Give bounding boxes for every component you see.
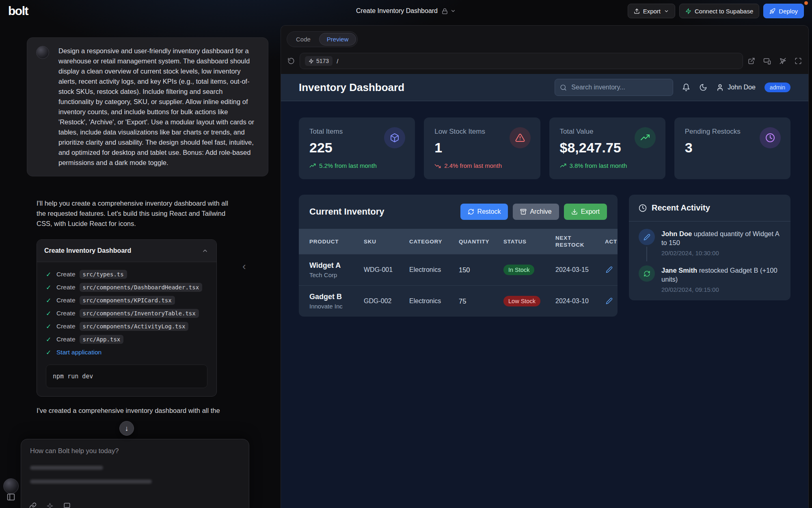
cell-quantity[interactable]: 150	[459, 266, 503, 274]
step-file[interactable]: src/App.tsx	[80, 335, 124, 344]
artifact-header[interactable]: Create Inventory Dashboard	[37, 240, 216, 262]
open-external-icon[interactable]	[748, 57, 755, 65]
inventory-search-input[interactable]	[570, 83, 668, 91]
export-button[interactable]: Export	[628, 4, 675, 18]
check-icon: ✓	[46, 284, 52, 291]
table-row[interactable]: Widget A Tech Corp WDG-001 Electronics 1…	[299, 254, 618, 285]
supabase-bolt-icon	[685, 8, 691, 14]
product-name: Widget A	[309, 261, 364, 270]
kpi-delta-text: 2.4% from last month	[444, 162, 502, 169]
sidebar-toggle-icon[interactable]	[6, 493, 15, 501]
inventory-card: Current Inventory Restock Archive	[299, 195, 618, 317]
start-application-link[interactable]: Start application	[56, 349, 102, 356]
artifact-step: ✓ Create src/components/DashboardHeader.…	[46, 281, 207, 294]
activity-actor: John Doe	[661, 230, 692, 237]
activity-actor: Jane Smith	[661, 267, 697, 274]
chat-input-box[interactable]	[21, 439, 249, 508]
url-bar[interactable]: 5173 /	[300, 53, 743, 69]
step-file[interactable]: src/components/DashboardHeader.tsx	[80, 283, 203, 292]
port-bolt-icon	[309, 59, 314, 64]
artifact-collapse-button[interactable]	[201, 247, 209, 255]
step-action: Create	[56, 297, 76, 304]
step-file[interactable]: src/components/ActivityLog.tsx	[80, 322, 189, 331]
pencil-icon	[606, 297, 613, 304]
check-icon: ✓	[46, 271, 52, 278]
kpi-low-stock: Low Stock Items 1 2.4% from last month	[424, 117, 540, 179]
activity-title: Recent Activity	[652, 203, 710, 213]
kpi-delta-text: 3.8% from last month	[570, 162, 627, 169]
restock-activity-icon	[639, 265, 655, 282]
kpi-delta-text: 5.2% from last month	[319, 162, 377, 169]
device-preview-icon[interactable]	[763, 57, 771, 65]
inventory-header: Current Inventory Restock Archive	[299, 195, 618, 229]
inventory-search[interactable]	[555, 79, 673, 96]
activity-item: John Doe updated quantity of Widget A to…	[639, 229, 781, 256]
step-action: Create	[56, 271, 76, 278]
inventory-table: Product SKU Category Quantity Status Nex…	[299, 229, 618, 317]
check-icon: ✓	[46, 336, 52, 343]
activity-time: 20/02/2024, 09:15:00	[661, 286, 781, 293]
tab-preview[interactable]: Preview	[319, 33, 356, 46]
kpi-delta: 2.4% from last month	[434, 162, 529, 169]
activity-text: John Doe updated quantity of Widget A to…	[661, 229, 781, 247]
archive-button[interactable]: Archive	[513, 204, 559, 220]
project-title-group[interactable]: Create Inventory Dashboard	[356, 7, 456, 15]
link-attachment-icon[interactable]	[29, 502, 37, 508]
export-inventory-button[interactable]: Export	[564, 204, 607, 220]
check-icon: ✓	[46, 349, 52, 356]
connect-supabase-label: Connect to Supabase	[695, 8, 753, 15]
visibility-chip[interactable]	[442, 8, 456, 14]
rocket-icon	[769, 8, 775, 14]
cell-category: Electronics	[409, 266, 459, 274]
connect-supabase-button[interactable]: Connect to Supabase	[679, 4, 759, 18]
top-bar-actions: Export Connect to Supabase Deploy	[628, 4, 804, 18]
inspector-off-icon[interactable]	[779, 57, 786, 65]
bulk-actions: Restock Archive Export	[460, 204, 607, 220]
activity-header: Recent Activity	[629, 195, 790, 221]
recent-activity-card: Recent Activity John Doe updated quantit…	[629, 195, 790, 300]
step-file[interactable]: src/types.ts	[80, 270, 127, 279]
artifact-card: Create Inventory Dashboard ✓ Create src/…	[37, 239, 217, 397]
kpi-total-value: Total Value $8,247.75 3.8% from last mon…	[549, 117, 665, 179]
notification-dot	[804, 1, 808, 5]
chat-collapse-handle[interactable]: ‹	[242, 260, 246, 273]
terminal-command: npm run dev	[46, 365, 207, 388]
edit-row-button[interactable]	[605, 265, 613, 274]
tab-code[interactable]: Code	[288, 33, 318, 46]
bolt-logo[interactable]: bolt	[8, 4, 28, 18]
url-path: /	[337, 58, 338, 65]
reload-icon[interactable]	[287, 57, 295, 65]
account-avatar[interactable]	[3, 478, 19, 494]
scroll-to-bottom-button[interactable]: ↓	[119, 421, 134, 436]
top-bar: bolt Create Inventory Dashboard Export C…	[0, 0, 812, 22]
restock-button[interactable]: Restock	[460, 204, 508, 220]
step-file[interactable]: src/components/InventoryTable.tsx	[80, 309, 199, 318]
table-row[interactable]: Gadget B Innovate Inc GDG-002 Electronic…	[299, 285, 618, 317]
col-status: Status	[503, 237, 555, 247]
edit-row-button[interactable]	[605, 297, 613, 305]
dark-mode-toggle-icon[interactable]	[699, 83, 707, 91]
kpi-delta: 5.2% from last month	[309, 162, 404, 169]
fullscreen-icon[interactable]	[795, 57, 802, 65]
step-file[interactable]: src/components/KPICard.tsx	[80, 296, 175, 305]
cell-next-restock: 2024-03-15	[555, 266, 605, 274]
step-action: Create	[56, 323, 76, 330]
chat-panel: Design a responsive and user-friendly in…	[0, 22, 281, 508]
pencil-icon	[606, 266, 613, 273]
preview-viewport: Inventory Dashboard John Doe admin	[281, 74, 808, 508]
user-chip[interactable]: John Doe	[716, 84, 756, 91]
chat-input[interactable]	[29, 447, 242, 455]
cell-category: Electronics	[409, 297, 459, 305]
chevron-down-icon	[664, 9, 669, 14]
deploy-button[interactable]: Deploy	[763, 4, 804, 18]
chat-bubble-icon[interactable]	[63, 502, 71, 508]
artifact-steps: ✓ Create src/types.ts ✓ Create src/compo…	[37, 262, 216, 396]
sparkles-icon[interactable]	[46, 502, 54, 508]
bell-icon[interactable]	[682, 83, 690, 91]
cell-quantity[interactable]: 75	[459, 297, 503, 305]
user-icon	[716, 84, 724, 91]
alert-triangle-icon	[510, 127, 531, 148]
role-badge: admin	[764, 82, 790, 92]
port-chip[interactable]: 5173	[305, 56, 333, 66]
trend-up-icon	[309, 163, 316, 169]
